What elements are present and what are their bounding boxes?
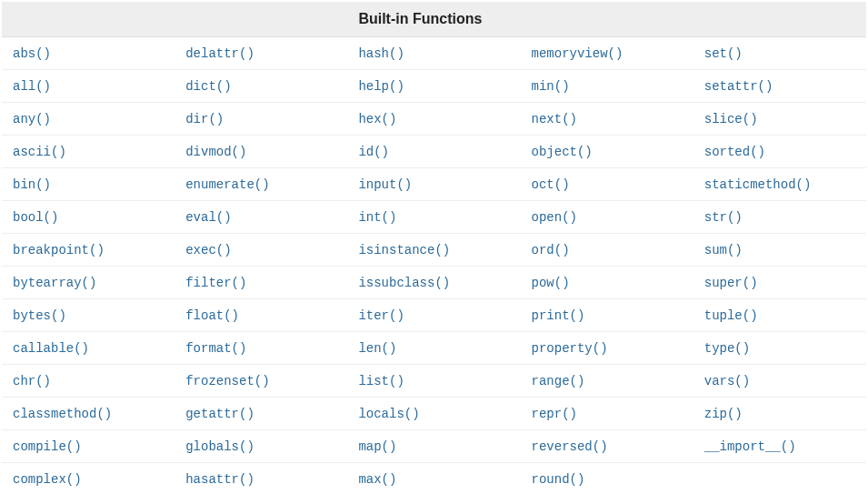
function-link[interactable]: bytes() — [13, 308, 66, 323]
table-row: callable()format()len()property()type() — [2, 332, 866, 365]
function-link[interactable]: oct() — [532, 177, 570, 192]
function-link[interactable]: iter() — [358, 308, 404, 323]
function-link[interactable]: repr() — [532, 407, 577, 421]
function-link[interactable]: input() — [358, 177, 412, 192]
function-link[interactable]: eval() — [185, 210, 231, 225]
function-link[interactable]: range() — [532, 374, 585, 388]
table-cell: locals() — [347, 398, 520, 430]
function-link[interactable]: issubclass() — [358, 276, 450, 290]
table-row: breakpoint()exec()isinstance()ord()sum() — [2, 234, 866, 267]
function-link[interactable]: enumerate() — [185, 177, 269, 192]
table-cell: isinstance() — [347, 234, 520, 267]
header-title: Built-in Functions — [347, 2, 520, 37]
table-cell: oct() — [521, 168, 693, 201]
function-link[interactable]: hex() — [358, 112, 396, 126]
header-col-1 — [2, 2, 175, 37]
function-link[interactable]: set() — [704, 46, 743, 61]
function-link[interactable]: pow() — [532, 276, 570, 290]
function-link[interactable]: filter() — [185, 276, 246, 290]
table-cell: property() — [521, 332, 693, 365]
function-link[interactable]: globals() — [185, 439, 254, 454]
function-link[interactable]: any() — [13, 112, 51, 126]
function-link[interactable]: sum() — [704, 243, 743, 257]
function-link[interactable]: __import__() — [704, 439, 796, 454]
function-link[interactable]: breakpoint() — [13, 243, 105, 257]
function-link[interactable]: next() — [532, 112, 577, 126]
function-link[interactable]: vars() — [704, 374, 750, 388]
function-link[interactable]: setattr() — [704, 79, 773, 94]
function-link[interactable]: complex() — [13, 472, 82, 487]
function-link[interactable]: type() — [704, 341, 750, 356]
function-link[interactable]: print() — [532, 308, 585, 323]
function-link[interactable]: delattr() — [185, 46, 254, 61]
table-cell: ord() — [521, 234, 693, 267]
function-link[interactable]: reversed() — [532, 439, 608, 454]
function-link[interactable]: isinstance() — [358, 243, 450, 257]
function-link[interactable]: slice() — [704, 112, 758, 126]
function-link[interactable]: zip() — [704, 407, 743, 421]
function-link[interactable]: bin() — [13, 177, 51, 192]
table-cell: ascii() — [2, 136, 175, 168]
table-row: bytearray()filter()issubclass()pow()supe… — [2, 267, 866, 299]
function-link[interactable]: dict() — [185, 79, 231, 94]
function-link[interactable]: compile() — [13, 439, 82, 454]
table-cell: zip() — [693, 398, 866, 430]
function-link[interactable]: locals() — [358, 407, 419, 421]
function-link[interactable]: bool() — [13, 210, 58, 225]
table-cell: enumerate() — [175, 168, 347, 201]
builtin-functions-table: Built-in Functions abs()delattr()hash()m… — [2, 2, 866, 494]
function-link[interactable]: all() — [13, 79, 51, 94]
function-link[interactable]: memoryview() — [532, 46, 624, 61]
function-link[interactable]: property() — [532, 341, 608, 356]
table-cell: pow() — [521, 267, 693, 299]
function-link[interactable]: getattr() — [185, 407, 254, 421]
table-cell: sorted() — [693, 136, 866, 168]
function-link[interactable]: tuple() — [704, 308, 758, 323]
function-link[interactable]: format() — [185, 341, 246, 356]
table-cell: bool() — [2, 201, 175, 234]
function-link[interactable]: staticmethod() — [704, 177, 812, 192]
table-cell: chr() — [2, 365, 175, 398]
function-link[interactable]: divmod() — [185, 145, 246, 159]
function-link[interactable]: ascii() — [13, 145, 66, 159]
function-link[interactable]: frozenset() — [185, 374, 269, 388]
table-cell: round() — [521, 463, 693, 495]
function-link[interactable]: object() — [532, 145, 593, 159]
function-link[interactable]: map() — [358, 439, 396, 454]
function-link[interactable]: min() — [532, 79, 570, 94]
function-link[interactable]: str() — [704, 210, 743, 225]
function-link[interactable]: hasattr() — [185, 472, 254, 487]
table-cell: max() — [347, 463, 520, 495]
function-link[interactable]: list() — [358, 374, 404, 388]
table-row: complex()hasattr()max()round() — [2, 463, 866, 495]
function-link[interactable]: callable() — [13, 341, 89, 356]
table-row: bool()eval()int()open()str() — [2, 201, 866, 234]
function-link[interactable]: help() — [358, 79, 404, 94]
function-link[interactable]: round() — [532, 472, 585, 487]
function-link[interactable]: max() — [358, 472, 396, 487]
function-link[interactable]: ord() — [532, 243, 570, 257]
table-cell: iter() — [347, 299, 520, 332]
table-cell: object() — [521, 136, 693, 168]
function-link[interactable]: super() — [704, 276, 758, 290]
header-col-4 — [521, 2, 693, 37]
function-link[interactable]: exec() — [185, 243, 231, 257]
function-link[interactable]: sorted() — [704, 145, 765, 159]
function-link[interactable]: classmethod() — [13, 407, 112, 421]
function-link[interactable]: hash() — [358, 46, 404, 61]
function-link[interactable]: open() — [532, 210, 577, 225]
function-link[interactable]: int() — [358, 210, 396, 225]
function-link[interactable]: float() — [185, 308, 239, 323]
table-cell: len() — [347, 332, 520, 365]
function-link[interactable]: abs() — [13, 46, 51, 61]
function-link[interactable]: chr() — [13, 374, 51, 388]
table-cell: repr() — [521, 398, 693, 430]
function-link[interactable]: bytearray() — [13, 276, 96, 290]
table-cell: help() — [347, 70, 520, 103]
table-cell: type() — [693, 332, 866, 365]
function-link[interactable]: len() — [358, 341, 396, 356]
function-link[interactable]: dir() — [185, 112, 224, 126]
table-cell: vars() — [693, 365, 866, 398]
function-link[interactable]: id() — [358, 145, 389, 159]
table-cell: hex() — [347, 103, 520, 136]
